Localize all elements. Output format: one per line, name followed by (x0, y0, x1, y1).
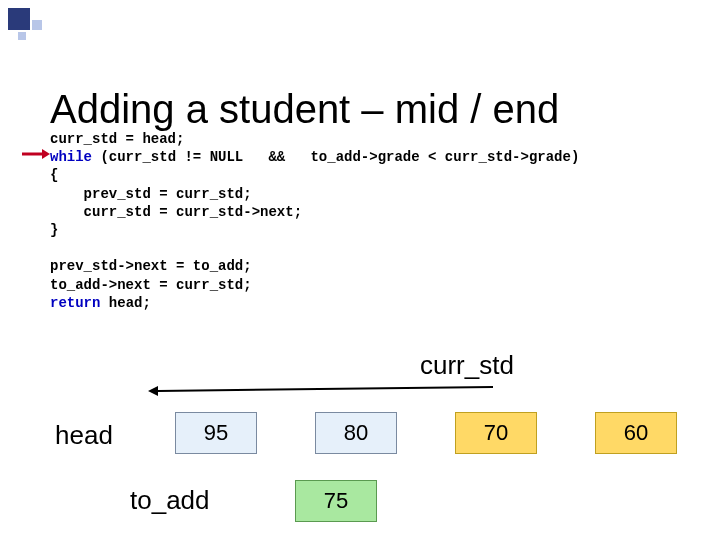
svg-marker-3 (148, 386, 158, 396)
curr-std-label: curr_std (420, 350, 514, 381)
svg-line-2 (158, 387, 493, 391)
list-node: 70 (455, 412, 537, 454)
slide-title: Adding a student – mid / end (50, 87, 559, 132)
code-line: { (50, 167, 58, 183)
to-add-label: to_add (130, 485, 210, 516)
current-line-arrow-icon (22, 148, 50, 160)
code-line: curr_std = curr_std->next; (50, 204, 302, 220)
code-line: prev_std->next = to_add; (50, 258, 252, 274)
code-line: to_add->next = curr_std; (50, 277, 252, 293)
code-keyword: return (50, 295, 100, 311)
pointer-arrow-icon (148, 384, 493, 398)
code-line: curr_std = head; (50, 131, 184, 147)
list-node: 80 (315, 412, 397, 454)
svg-marker-1 (42, 149, 50, 159)
code-line: prev_std = curr_std; (50, 186, 252, 202)
code-line: head; (100, 295, 150, 311)
code-line: (curr_std != NULL && to_add->grade < cur… (92, 149, 579, 165)
code-keyword: while (50, 149, 92, 165)
list-node: 60 (595, 412, 677, 454)
head-label: head (55, 420, 113, 451)
code-block: curr_std = head; while (curr_std != NULL… (50, 130, 579, 312)
code-line: } (50, 222, 58, 238)
list-node-new: 75 (295, 480, 377, 522)
list-node: 95 (175, 412, 257, 454)
